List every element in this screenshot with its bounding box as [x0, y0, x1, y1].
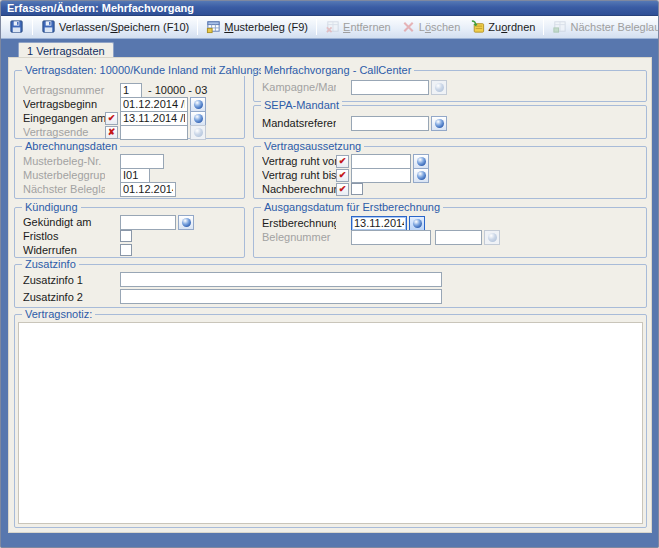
- vertragsende-input[interactable]: [120, 125, 188, 140]
- toolbar: Verlassen/Speichern (F10) Musterbeleg (F…: [1, 16, 658, 39]
- zusatzinfo-1-input[interactable]: [120, 272, 442, 287]
- vertragsnummer-input[interactable]: [120, 83, 142, 98]
- group-abrechnungsdaten: Abrechnungsdaten Musterbeleg-Nr. Musterb…: [14, 146, 245, 199]
- vertragsende-row: Vertragsende ✘: [15, 125, 244, 139]
- red-check-icon[interactable]: ✔: [336, 169, 349, 182]
- fristlos-row: Fristlos: [15, 229, 244, 243]
- nachberechnung-checkbox[interactable]: [351, 183, 363, 195]
- zusatzinfo-2-row: Zusatzinfo 2: [15, 288, 646, 305]
- belegnummer-input-1[interactable]: [351, 230, 431, 245]
- vertrag-ruht-von-input[interactable]: [351, 154, 411, 169]
- vertrag-ruht-bis-spinner-button[interactable]: [413, 168, 429, 183]
- fristlos-label: Fristlos: [23, 230, 105, 242]
- nachberechnung-label: Nachberechnung: [262, 183, 336, 195]
- group-kuendigung: Kündigung Gekündigt am Fristlos Wid: [14, 207, 245, 258]
- naechster-beleglauf-input[interactable]: [120, 182, 176, 197]
- remove-table-icon: [325, 19, 340, 36]
- musterbeleg-nr-label: Musterbeleg-Nr.: [23, 155, 105, 167]
- vertragsnummer-label: Vertragsnummer: [23, 84, 105, 96]
- red-check-icon[interactable]: ✔: [336, 155, 349, 168]
- sphere-spinner-icon: [182, 218, 191, 227]
- tab-vertragsdaten[interactable]: 1 Vertragsdaten: [18, 42, 114, 57]
- title-bar[interactable]: Erfassen/Ändern: Mehrfachvorgang: [1, 1, 658, 16]
- vertrag-ruht-bis-row: Vertrag ruht bis ✔: [254, 168, 646, 182]
- entfernen-button: Entfernen: [320, 18, 396, 37]
- red-check-icon[interactable]: ✔: [336, 183, 349, 196]
- musterbeleggruppe-label: Musterbeleggruppe: [23, 169, 105, 181]
- erstberechnung-zum-spinner-button[interactable]: [409, 216, 425, 231]
- group-sepa-mandant: SEPA-Mandant Mandatsreferenz: [253, 105, 647, 139]
- form-background: 1 Vertragsdaten Vertragsdaten: 10000/Kun…: [1, 39, 658, 548]
- save-icon: [9, 19, 24, 36]
- gekuendigt-am-spinner-button[interactable]: [178, 215, 194, 230]
- musterbeleg-nr-row: Musterbeleg-Nr.: [15, 154, 244, 168]
- vertrag-ruht-bis-input[interactable]: [351, 168, 411, 183]
- group-vertragsaussetzung: Vertragsaussetzung Vertrag ruht von ✔ Ve…: [253, 146, 647, 199]
- document-table-icon: [206, 19, 221, 36]
- musterbeleggruppe-input[interactable]: [120, 168, 150, 183]
- erstberechnung-zum-label: Erstberechnung zum: [262, 217, 336, 229]
- vertragsbeginn-row: Vertragsbeginn: [15, 97, 244, 111]
- red-x-icon[interactable]: ✘: [105, 126, 118, 139]
- vertragsbeginn-spinner-button[interactable]: [190, 97, 206, 112]
- sphere-spinner-icon: [417, 157, 426, 166]
- zusatzinfo-1-row: Zusatzinfo 1: [15, 271, 646, 288]
- mandatsreferenz-spinner-button[interactable]: [431, 116, 447, 131]
- vertrag-ruht-von-row: Vertrag ruht von ✔: [254, 154, 646, 168]
- zuordnen-button[interactable]: Zuordnen: [465, 18, 540, 37]
- zusatzinfo-2-label: Zusatzinfo 2: [23, 291, 105, 303]
- vertrag-ruht-von-spinner-button[interactable]: [413, 154, 429, 169]
- application-window: Erfassen/Ändern: Mehrfachvorgang Verlass…: [0, 0, 659, 548]
- eingegangen-am-spinner-button[interactable]: [190, 111, 206, 126]
- group-zusatzinfo: Zusatzinfo Zusatzinfo 1 Zusatzinfo 2: [14, 264, 647, 308]
- save-exit-icon: [41, 19, 56, 36]
- sphere-spinner-icon: [194, 128, 203, 137]
- vertragsbeginn-label: Vertragsbeginn: [23, 98, 105, 110]
- gekuendigt-am-input[interactable]: [120, 215, 176, 230]
- eingegangen-am-label: Eingegangen am: [23, 112, 105, 124]
- red-check-icon[interactable]: ✔: [105, 112, 118, 125]
- vertragsnummer-suffix: - 10000 - 03: [148, 84, 207, 96]
- musterbeleggruppe-row: Musterbeleggruppe: [15, 168, 244, 182]
- kampagne-input[interactable]: [351, 80, 429, 95]
- musterbeleg-nr-input[interactable]: [120, 154, 164, 169]
- sphere-spinner-icon: [435, 83, 444, 92]
- mandatsreferenz-input[interactable]: [351, 116, 429, 131]
- fristlos-checkbox[interactable]: [120, 230, 132, 242]
- kampagne-label: Kampagne/Mandant: [262, 81, 336, 93]
- gekuendigt-am-label: Gekündigt am: [23, 216, 105, 228]
- save-button[interactable]: [4, 18, 29, 37]
- mandatsreferenz-label: Mandatsreferenz: [262, 117, 336, 129]
- group-title: Vertragsaussetzung: [261, 140, 364, 152]
- musterbeleg-button[interactable]: Musterbeleg (F9): [201, 18, 313, 37]
- erstberechnung-zum-input[interactable]: [351, 216, 407, 231]
- zusatzinfo-2-input[interactable]: [120, 289, 442, 304]
- toolbar-separator: [197, 19, 198, 35]
- group-title: Zusatzinfo: [22, 258, 79, 270]
- save-and-exit-button[interactable]: Verlassen/Speichern (F10): [36, 18, 194, 37]
- eingegangen-am-input[interactable]: [120, 111, 188, 126]
- group-title: Mehrfachvorgang - CallCenter: [261, 64, 414, 76]
- widerrufen-label: Widerrufen: [23, 244, 105, 256]
- group-title: Abrechnungsdaten: [22, 140, 120, 152]
- vertragsende-spinner-button: [190, 125, 206, 140]
- window-title: Erfassen/Ändern: Mehrfachvorgang: [7, 2, 194, 14]
- eingegangen-am-row: Eingegangen am ✔: [15, 111, 244, 125]
- loeschen-button: Löschen: [396, 18, 466, 37]
- sphere-spinner-icon: [417, 171, 426, 180]
- belegnummer-label: Belegnummer: [262, 231, 336, 243]
- kampagne-spinner-button: [431, 80, 447, 95]
- sphere-spinner-icon: [413, 219, 422, 228]
- kampagne-row: Kampagne/Mandant: [254, 80, 646, 94]
- belegnummer-input-2[interactable]: [435, 230, 482, 245]
- next-run-table-icon: [552, 19, 567, 36]
- vertragsnotiz-textarea[interactable]: [18, 322, 643, 524]
- vertragsbeginn-input[interactable]: [120, 97, 188, 112]
- mandatsreferenz-row: Mandatsreferenz: [254, 116, 646, 130]
- vertrag-ruht-von-label: Vertrag ruht von: [262, 155, 336, 167]
- erstberechnung-zum-row: Erstberechnung zum: [254, 216, 646, 230]
- vertragsdaten-panel: Vertragsdaten: 10000/Kunde Inland mit Za…: [8, 57, 652, 533]
- widerrufen-checkbox[interactable]: [120, 244, 132, 256]
- toolbar-separator: [32, 19, 33, 35]
- toolbar-separator: [543, 19, 544, 35]
